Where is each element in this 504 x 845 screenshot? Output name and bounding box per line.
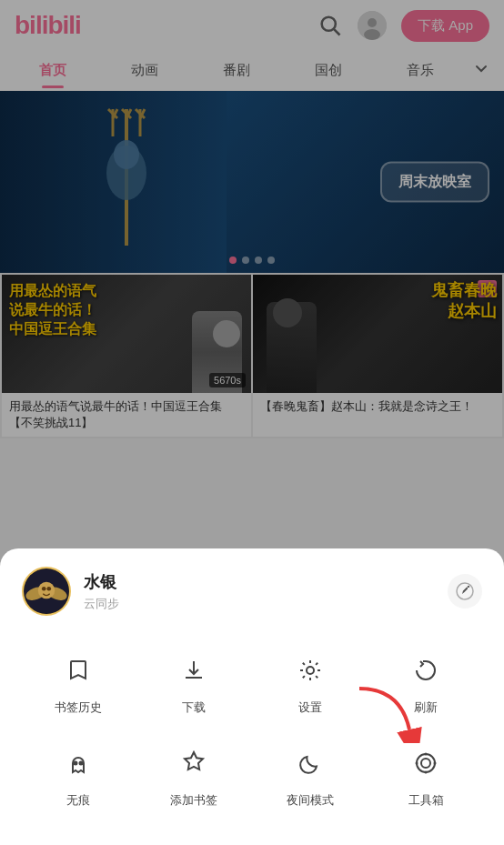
svg-point-31	[416, 762, 418, 765]
profile-avatar[interactable]	[22, 567, 71, 616]
menu-label-toolbox: 工具箱	[408, 792, 444, 809]
menu-item-refresh[interactable]: 刷新	[370, 638, 483, 723]
settings-icon	[288, 649, 332, 692]
menu-item-settings[interactable]: 设置	[254, 638, 367, 723]
svg-point-32	[434, 762, 437, 765]
profile-sync: 云同步	[84, 596, 119, 612]
profile-name: 水银	[84, 571, 119, 593]
menu-item-toolbox[interactable]: 工具箱	[370, 730, 483, 816]
add-bookmark-icon	[172, 741, 216, 785]
profile-info: 水银 云同步	[84, 571, 119, 612]
svg-point-21	[46, 587, 51, 591]
menu-label-refresh: 刷新	[414, 699, 438, 716]
profile-row: 水银 云同步	[22, 567, 482, 616]
menu-label-download: 下载	[182, 699, 206, 716]
ghost-icon	[56, 741, 100, 785]
menu-item-night[interactable]: 夜间模式	[254, 730, 367, 816]
svg-point-28	[421, 759, 430, 768]
svg-point-24	[74, 762, 76, 765]
svg-point-20	[42, 587, 46, 591]
svg-point-19	[38, 582, 55, 599]
svg-point-25	[79, 762, 82, 765]
edit-profile-button[interactable]	[448, 574, 482, 609]
refresh-icon	[404, 649, 448, 692]
menu-grid: 书签历史 下载 设置	[22, 638, 482, 816]
svg-point-23	[307, 667, 314, 674]
profile-left: 水银 云同步	[22, 567, 119, 616]
svg-point-29	[425, 753, 428, 756]
menu-item-download[interactable]: 下载	[138, 638, 251, 723]
svg-marker-26	[185, 752, 203, 770]
night-mode-icon	[288, 741, 332, 785]
menu-label-bookmark: 书签历史	[55, 699, 102, 716]
svg-rect-27	[417, 754, 435, 772]
menu-item-add-bookmark[interactable]: 添加书签	[138, 730, 251, 816]
bottom-sheet: 水银 云同步 书签历史	[0, 548, 504, 845]
menu-item-bookmark[interactable]: 书签历史	[22, 638, 135, 723]
bookmark-icon	[56, 649, 100, 692]
menu-label-settings: 设置	[298, 699, 322, 716]
menu-label-night: 夜间模式	[287, 792, 334, 809]
menu-label-ghost: 无痕	[66, 792, 90, 809]
menu-item-ghost[interactable]: 无痕	[22, 730, 135, 816]
download-icon	[172, 649, 216, 692]
toolbox-icon	[404, 741, 448, 785]
svg-point-30	[425, 771, 428, 774]
menu-label-add-bookmark: 添加书签	[170, 792, 217, 809]
